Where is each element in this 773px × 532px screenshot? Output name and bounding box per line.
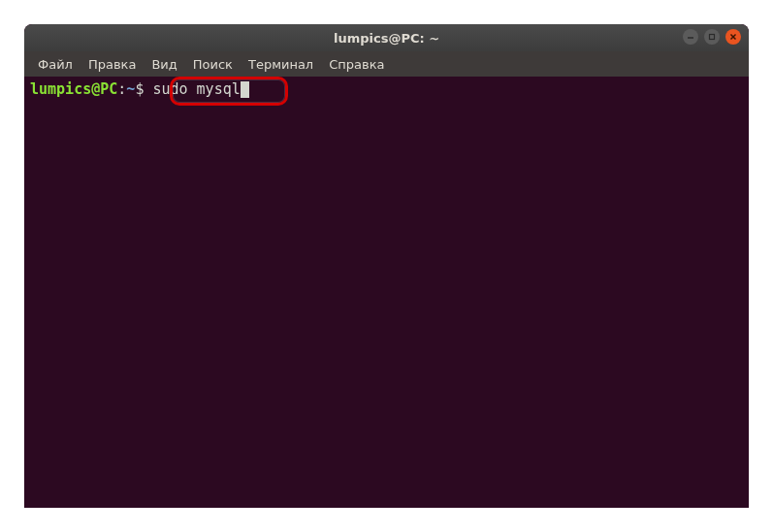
command-input: sudo mysql: [152, 80, 240, 100]
menu-edit[interactable]: Правка: [81, 53, 144, 76]
prompt-suffix: $: [135, 80, 152, 100]
close-button[interactable]: [725, 29, 741, 45]
window-title: lumpics@PC: ~: [334, 31, 439, 46]
cursor-icon: [241, 81, 249, 98]
window-controls: [683, 29, 741, 45]
prompt-path: ~: [126, 80, 135, 100]
titlebar[interactable]: lumpics@PC: ~: [24, 24, 749, 51]
prompt-colon: :: [117, 80, 126, 100]
menu-terminal[interactable]: Терминал: [241, 53, 321, 76]
menu-help[interactable]: Справка: [321, 53, 392, 76]
menu-view[interactable]: Вид: [144, 53, 184, 76]
maximize-button[interactable]: [704, 29, 720, 45]
minimize-button[interactable]: [683, 29, 698, 45]
menu-search[interactable]: Поиск: [185, 53, 241, 76]
terminal-body[interactable]: lumpics@PC:~$ sudo mysql: [24, 77, 749, 508]
prompt-user-host: lumpics@PC: [30, 80, 117, 100]
terminal-window: lumpics@PC: ~ Файл Правка Вид Поиск Терм…: [24, 24, 749, 508]
menubar: Файл Правка Вид Поиск Терминал Справка: [24, 51, 749, 77]
terminal-line: lumpics@PC:~$ sudo mysql: [30, 80, 743, 100]
menu-file[interactable]: Файл: [30, 53, 81, 76]
svg-rect-1: [710, 35, 715, 40]
